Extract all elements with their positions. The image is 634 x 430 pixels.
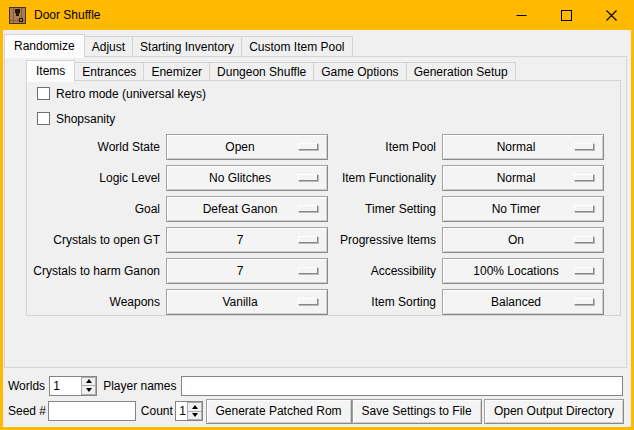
window-title: Door Shuffle xyxy=(34,8,101,22)
crystals-harm-ganon-row: Crystals to harm Ganon 7 xyxy=(27,255,328,286)
dropdown-handle-icon xyxy=(298,298,318,305)
world-state-value: Open xyxy=(225,140,268,154)
count-spin-buttons xyxy=(187,402,202,420)
dropdown-handle-icon xyxy=(298,174,318,181)
crystals-open-gt-label: Crystals to open GT xyxy=(27,233,166,247)
logic-level-value: No Glitches xyxy=(209,171,285,185)
world-state-dropdown[interactable]: Open xyxy=(166,134,328,160)
logic-level-dropdown[interactable]: No Glitches xyxy=(166,165,328,191)
tab-dungeon-shuffle[interactable]: Dungeon Shuffle xyxy=(209,62,314,81)
item-pool-label: Item Pool xyxy=(328,140,442,154)
minimize-icon[interactable] xyxy=(499,0,544,30)
worlds-spin-buttons xyxy=(81,377,96,395)
item-functionality-value: Normal xyxy=(497,171,550,185)
player-names-label: Player names xyxy=(103,379,176,393)
shopsanity-label: Shopsanity xyxy=(56,112,115,126)
crystals-open-gt-row: Crystals to open GT 7 xyxy=(27,224,328,255)
dropdown-handle-icon xyxy=(574,174,594,181)
tab-entrances[interactable]: Entrances xyxy=(74,62,144,81)
weapons-dropdown[interactable]: Vanilla xyxy=(166,289,328,315)
count-label: Count xyxy=(141,404,173,418)
item-functionality-dropdown[interactable]: Normal xyxy=(442,165,604,191)
worlds-spinner[interactable]: 1 xyxy=(49,376,97,396)
options-column-left: World State Open Logic Level No Glitches xyxy=(27,131,328,317)
count-value[interactable]: 1 xyxy=(176,402,187,420)
caption-buttons xyxy=(499,0,634,30)
crystals-harm-ganon-value: 7 xyxy=(237,264,258,278)
progressive-items-label: Progressive Items xyxy=(328,233,442,247)
item-pool-dropdown[interactable]: Normal xyxy=(442,134,604,160)
spin-up-icon[interactable] xyxy=(81,377,96,387)
goal-row: Goal Defeat Ganon xyxy=(27,193,328,224)
timer-setting-dropdown[interactable]: No Timer xyxy=(442,196,604,222)
maximize-icon[interactable] xyxy=(544,0,589,30)
goal-dropdown[interactable]: Defeat Ganon xyxy=(166,196,328,222)
dropdown-handle-icon xyxy=(298,143,318,150)
seed-input[interactable] xyxy=(48,401,136,421)
timer-setting-value: No Timer xyxy=(492,202,555,216)
crystals-harm-ganon-label: Crystals to harm Ganon xyxy=(27,264,166,278)
dropdown-handle-icon xyxy=(298,205,318,212)
main-tab-bar: Randomize Adjust Starting Inventory Cust… xyxy=(4,32,352,57)
progressive-items-row: Progressive Items On xyxy=(328,224,604,255)
spin-down-icon[interactable] xyxy=(187,412,202,421)
dropdown-handle-icon xyxy=(574,205,594,212)
accessibility-dropdown[interactable]: 100% Locations xyxy=(442,258,604,284)
worlds-value[interactable]: 1 xyxy=(50,377,81,395)
accessibility-row: Accessibility 100% Locations xyxy=(328,255,604,286)
spin-up-icon[interactable] xyxy=(187,402,202,412)
shopsanity-checkbox-row[interactable]: Shopsanity xyxy=(27,106,620,131)
tab-items[interactable]: Items xyxy=(26,60,75,82)
tab-generation-setup[interactable]: Generation Setup xyxy=(406,62,516,81)
weapons-label: Weapons xyxy=(27,295,166,309)
crystals-open-gt-value: 7 xyxy=(237,233,258,247)
save-settings-button[interactable]: Save Settings to File xyxy=(352,399,482,424)
titlebar[interactable]: Door Shuffle xyxy=(0,0,634,30)
item-functionality-row: Item Functionality Normal xyxy=(328,162,604,193)
logic-level-row: Logic Level No Glitches xyxy=(27,162,328,193)
accessibility-label: Accessibility xyxy=(328,264,442,278)
timer-setting-label: Timer Setting xyxy=(328,202,442,216)
item-sorting-row: Item Sorting Balanced xyxy=(328,286,604,317)
tab-custom-item-pool[interactable]: Custom Item Pool xyxy=(241,36,352,57)
dropdown-handle-icon xyxy=(574,267,594,274)
count-spinner[interactable]: 1 xyxy=(175,401,203,421)
dropdown-handle-icon xyxy=(574,143,594,150)
tab-starting-inventory[interactable]: Starting Inventory xyxy=(132,36,242,57)
item-sorting-value: Balanced xyxy=(491,295,555,309)
items-pane: Retro mode (universal keys) Shopsanity W… xyxy=(26,80,621,316)
goal-label: Goal xyxy=(27,202,166,216)
sub-tab-bar: Items Entrances Enemizer Dungeon Shuffle… xyxy=(26,58,515,81)
window-body: Randomize Adjust Starting Inventory Cust… xyxy=(3,30,631,427)
close-icon[interactable] xyxy=(589,0,634,30)
generate-patched-rom-button[interactable]: Generate Patched Rom xyxy=(206,399,352,424)
dropdown-handle-icon xyxy=(574,298,594,305)
tab-game-options[interactable]: Game Options xyxy=(313,62,406,81)
dropdown-handle-icon xyxy=(574,236,594,243)
tab-randomize[interactable]: Randomize xyxy=(4,34,85,58)
weapons-value: Vanilla xyxy=(222,295,271,309)
retro-mode-checkbox-row[interactable]: Retro mode (universal keys) xyxy=(27,81,620,106)
tab-adjust[interactable]: Adjust xyxy=(84,36,133,57)
spin-down-icon[interactable] xyxy=(81,386,96,395)
progressive-items-value: On xyxy=(508,233,538,247)
player-names-input[interactable] xyxy=(181,376,624,396)
seed-row: Seed # Count 1 Generate Patched Rom Save… xyxy=(8,398,624,424)
randomize-pane: Items Entrances Enemizer Dungeon Shuffle… xyxy=(4,56,627,368)
world-state-label: World State xyxy=(27,140,166,154)
weapons-row: Weapons Vanilla xyxy=(27,286,328,317)
tab-enemizer[interactable]: Enemizer xyxy=(143,62,210,81)
crystals-open-gt-dropdown[interactable]: 7 xyxy=(166,227,328,253)
retro-mode-checkbox[interactable] xyxy=(37,87,50,100)
shopsanity-checkbox[interactable] xyxy=(37,112,50,125)
item-sorting-label: Item Sorting xyxy=(328,295,442,309)
open-output-directory-button[interactable]: Open Output Directory xyxy=(484,399,624,424)
item-sorting-dropdown[interactable]: Balanced xyxy=(442,289,604,315)
crystals-harm-ganon-dropdown[interactable]: 7 xyxy=(166,258,328,284)
world-state-row: World State Open xyxy=(27,131,328,162)
item-pool-value: Normal xyxy=(497,140,550,154)
options-grid: World State Open Logic Level No Glitches xyxy=(27,131,620,317)
progressive-items-dropdown[interactable]: On xyxy=(442,227,604,253)
accessibility-value: 100% Locations xyxy=(473,264,572,278)
door-chest-icon xyxy=(9,7,26,24)
